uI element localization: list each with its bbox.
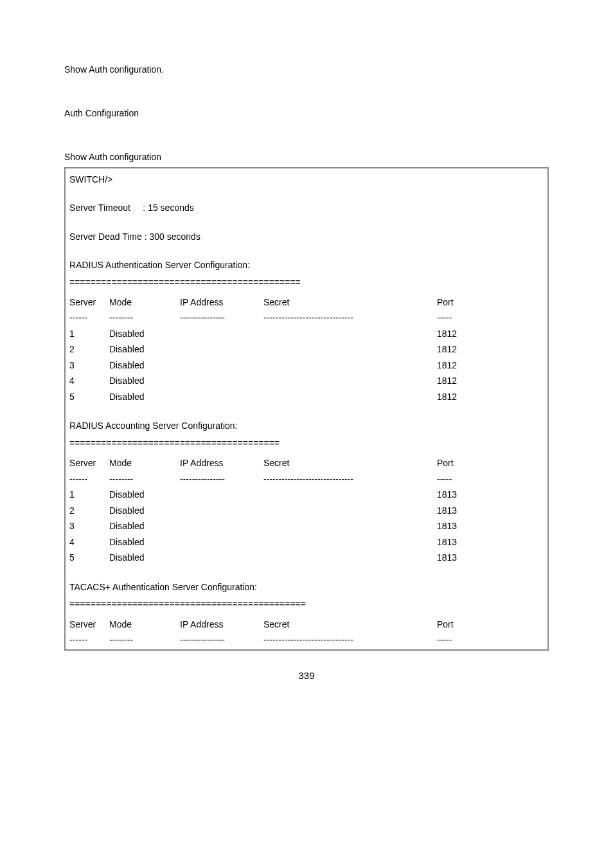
cell-ip (180, 373, 263, 389)
tacacs-title: TACACS+ Authentication Server Configurat… (69, 580, 544, 594)
cell-secret (263, 534, 437, 550)
table-row: 2Disabled1813 (69, 503, 544, 519)
dash: ----- (437, 471, 488, 487)
col-header-secret: Secret (263, 455, 437, 471)
dash: --------------- (180, 632, 263, 648)
cell-mode: Disabled (109, 487, 180, 503)
cell-port: 1813 (437, 534, 488, 550)
col-header-port: Port (437, 617, 488, 633)
col-header-port: Port (437, 294, 488, 311)
col-header-server: Server (69, 294, 109, 311)
cell-mode: Disabled (109, 550, 180, 566)
col-header-secret: Secret (263, 294, 437, 311)
cell-server: 5 (69, 389, 109, 405)
cell-port: 1812 (437, 389, 488, 405)
cell-secret (263, 503, 437, 519)
cell-mode: Disabled (109, 373, 180, 389)
cell-port: 1813 (437, 518, 488, 534)
cell-ip (180, 534, 263, 550)
cell-server: 1 (69, 487, 109, 503)
table-dash-row: ------ -------- --------------- --------… (69, 632, 544, 648)
table-row: 1Disabled1812 (69, 326, 544, 342)
col-header-ip: IP Address (180, 617, 263, 633)
table-header-row: Server Mode IP Address Secret Port (69, 617, 544, 633)
cell-ip (180, 518, 263, 534)
cell-secret (263, 373, 437, 389)
cell-ip (180, 389, 263, 405)
cell-server: 3 (69, 518, 109, 534)
cell-server: 3 (69, 357, 109, 374)
cell-mode: Disabled (109, 357, 180, 374)
cell-ip (180, 487, 263, 503)
col-header-mode: Mode (109, 294, 180, 311)
table-dash-row: ------ -------- --------------- --------… (69, 310, 544, 326)
cell-port: 1813 (437, 503, 488, 519)
cell-ip (180, 503, 263, 519)
tacacs-table: Server Mode IP Address Secret Port -----… (69, 617, 544, 648)
tacacs-divider: ========================================… (69, 597, 544, 611)
table-header-row: Server Mode IP Address Secret Port (69, 455, 544, 471)
dash: ------ (69, 310, 109, 326)
col-header-secret: Secret (263, 617, 437, 633)
cell-secret (263, 518, 437, 534)
cell-server: 4 (69, 373, 109, 389)
cell-secret (263, 326, 437, 342)
radius-auth-title: RADIUS Authentication Server Configurati… (69, 258, 544, 272)
cell-mode: Disabled (109, 534, 180, 550)
radius-auth-table: Server Mode IP Address Secret Port -----… (69, 294, 544, 405)
table-row: 2Disabled1812 (69, 341, 544, 357)
table-row: 5Disabled1812 (69, 389, 544, 405)
table-header-row: Server Mode IP Address Secret Port (69, 294, 544, 311)
cell-server: 4 (69, 534, 109, 550)
table-row: 4Disabled1812 (69, 373, 544, 389)
radius-acct-divider: ======================================== (69, 436, 544, 450)
table-dash-row: ------ -------- --------------- --------… (69, 471, 544, 487)
dash: -------- (109, 632, 180, 648)
dash: ----- (437, 632, 488, 648)
dash: ----- (437, 310, 488, 326)
col-header-mode: Mode (109, 455, 180, 471)
cell-mode: Disabled (109, 518, 180, 534)
cell-mode: Disabled (109, 503, 180, 519)
col-header-port: Port (437, 455, 488, 471)
cell-port: 1812 (437, 341, 488, 357)
dash: -------- (109, 471, 180, 487)
server-dead-time: Server Dead Time : 300 seconds (69, 230, 544, 244)
dash: ------------------------------ (263, 471, 437, 487)
table-row: 1Disabled1813 (69, 487, 544, 503)
subtitle: Show Auth configuration (64, 152, 549, 162)
dash: ------------------------------ (263, 310, 437, 326)
table-row: 3Disabled1812 (69, 357, 544, 374)
radius-acct-title: RADIUS Accounting Server Configuration: (69, 419, 544, 433)
cell-ip (180, 550, 263, 566)
cell-mode: Disabled (109, 389, 180, 405)
section-title: Auth Configuration (64, 108, 549, 118)
terminal-output: SWITCH/> Server Timeout : 15 seconds Ser… (64, 167, 549, 651)
prompt: SWITCH/> (69, 172, 544, 186)
dash: -------- (109, 310, 180, 326)
cell-secret (263, 487, 437, 503)
dash: --------------- (180, 471, 263, 487)
radius-auth-divider: ========================================… (69, 275, 544, 289)
intro-text: Show Auth configuration. (64, 64, 549, 75)
cell-server: 2 (69, 503, 109, 519)
cell-ip (180, 341, 263, 357)
dash: ------------------------------ (263, 632, 437, 648)
cell-secret (263, 341, 437, 357)
cell-secret (263, 357, 437, 374)
dash: ------ (69, 471, 109, 487)
cell-secret (263, 550, 437, 566)
table-row: 4Disabled1813 (69, 534, 544, 550)
radius-acct-table: Server Mode IP Address Secret Port -----… (69, 455, 544, 566)
cell-port: 1812 (437, 357, 488, 374)
table-row: 3Disabled1813 (69, 518, 544, 534)
cell-mode: Disabled (109, 341, 180, 357)
dash: ------ (69, 632, 109, 648)
cell-ip (180, 357, 263, 374)
col-header-ip: IP Address (180, 294, 263, 311)
cell-port: 1813 (437, 550, 488, 566)
cell-ip (180, 326, 263, 342)
cell-mode: Disabled (109, 326, 180, 342)
cell-port: 1813 (437, 487, 488, 503)
dash: --------------- (180, 310, 263, 326)
